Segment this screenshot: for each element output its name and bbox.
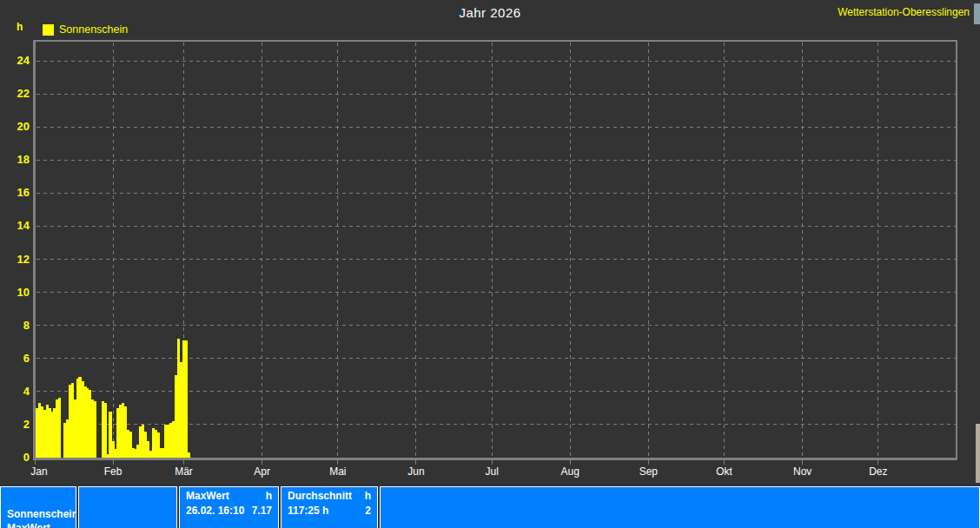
status-panel-durchschnitt[interactable]: Durchschnitt h 117:25 h 2 — [281, 486, 378, 528]
svg-text:6: 6 — [23, 352, 30, 365]
status-panel-empty-left — [78, 486, 177, 528]
svg-text:24: 24 — [17, 54, 30, 67]
durchschnitt-unit: h — [365, 490, 371, 503]
svg-text:Apr: Apr — [254, 465, 270, 478]
svg-text:22: 22 — [17, 87, 30, 100]
svg-text:20: 20 — [17, 120, 30, 133]
svg-text:18: 18 — [17, 153, 30, 166]
status-panel-empty-right — [380, 486, 980, 528]
durchschnitt-title: Durchschnitt — [288, 490, 352, 503]
maxwert-datetime: 26.02. 16:10 — [186, 505, 244, 518]
sunshine-bar-chart: 024681012141618202224JanFebMärAprMaiJunJ… — [0, 0, 980, 483]
maxwert-value: 7.17 — [252, 505, 272, 518]
svg-text:Jul: Jul — [485, 465, 498, 478]
svg-text:Jan: Jan — [30, 465, 47, 478]
status-series-sublabel: MaxWert — [7, 521, 70, 528]
status-panel-maxwert[interactable]: MaxWert h 26.02. 16:10 7.17 — [179, 486, 279, 528]
svg-text:Nov: Nov — [793, 465, 811, 478]
maxwert-unit: h — [266, 490, 272, 503]
svg-text:Dez: Dez — [869, 465, 887, 478]
maxwert-title: MaxWert — [186, 490, 229, 503]
svg-text:Mär: Mär — [175, 465, 193, 478]
svg-text:16: 16 — [17, 186, 30, 199]
svg-text:Mai: Mai — [329, 465, 346, 478]
durchschnitt-average: 2 — [365, 505, 371, 518]
svg-text:0: 0 — [23, 451, 30, 464]
svg-text:4: 4 — [23, 385, 30, 398]
status-panel-series[interactable]: Sonnenschein MaxWert — [0, 486, 76, 528]
svg-text:Feb: Feb — [104, 465, 122, 478]
status-series-label: Sonnenschein — [7, 507, 70, 521]
svg-text:Okt: Okt — [716, 465, 732, 478]
svg-text:12: 12 — [17, 253, 30, 266]
svg-text:10: 10 — [17, 286, 30, 299]
svg-text:14: 14 — [17, 219, 30, 232]
svg-text:Sep: Sep — [639, 465, 659, 478]
durchschnitt-total: 117:25 h — [288, 505, 328, 518]
svg-text:8: 8 — [23, 319, 30, 332]
svg-text:Aug: Aug — [561, 465, 579, 478]
svg-text:Jun: Jun — [407, 465, 424, 478]
svg-text:2: 2 — [23, 418, 30, 431]
